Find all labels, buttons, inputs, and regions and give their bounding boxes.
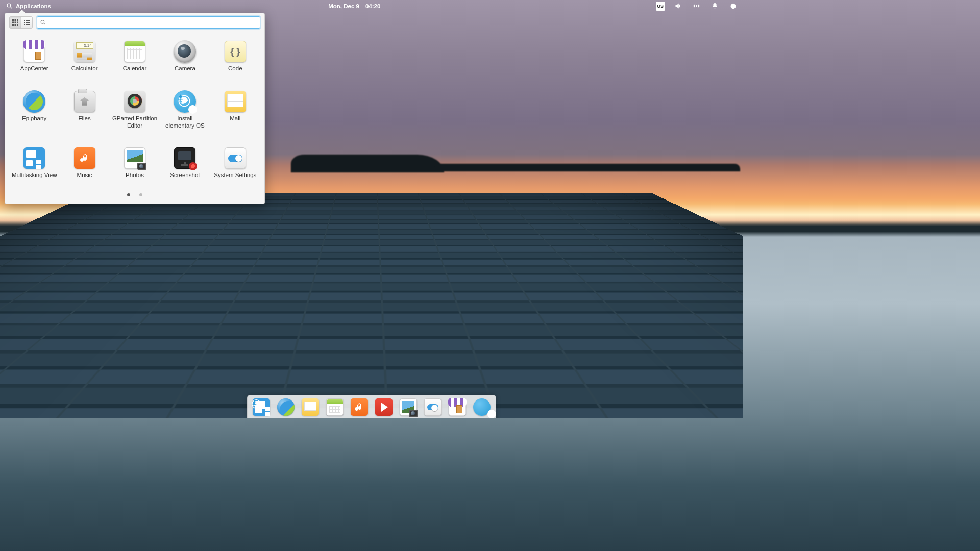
- svg-rect-18: [24, 24, 25, 25]
- svg-point-20: [41, 20, 44, 24]
- top-panel: Applications Mon, Dec 9 04:20 US: [0, 0, 743, 12]
- notifications-indicator[interactable]: [709, 2, 720, 11]
- files-icon: [73, 90, 96, 113]
- app-label: AppCenter: [20, 65, 48, 72]
- dock-videos[interactable]: [374, 397, 394, 417]
- dock-calendar[interactable]: [325, 397, 345, 417]
- grid-view-button[interactable]: [10, 17, 21, 28]
- app-install-elementary[interactable]: Install elementary OS: [161, 90, 209, 130]
- app-label: Music: [77, 172, 92, 179]
- app-screenshot[interactable]: Screenshot: [161, 146, 209, 179]
- dock-install-elementary[interactable]: [472, 397, 492, 417]
- calendar-icon: [326, 398, 344, 416]
- wallpaper-pier: [65, 193, 678, 418]
- app-label: System Settings: [214, 172, 256, 179]
- screenshot-icon: [173, 146, 197, 170]
- grid-icon: [12, 19, 18, 26]
- videos-icon: [375, 398, 393, 416]
- svg-rect-8: [12, 22, 14, 23]
- dock-music[interactable]: [350, 397, 369, 417]
- calendar-icon: [123, 40, 146, 63]
- calculator-icon: [73, 40, 96, 63]
- photos-icon: [123, 146, 146, 170]
- volume-icon: [674, 2, 682, 10]
- mail-icon: [302, 398, 319, 416]
- dock-appcenter[interactable]: [448, 397, 467, 417]
- app-label: Photos: [126, 172, 144, 179]
- photos-icon: [400, 398, 417, 416]
- dock: [247, 395, 496, 418]
- applications-menu-button[interactable]: Applications: [4, 2, 53, 10]
- code-icon: { }: [224, 40, 247, 63]
- app-label: GParted Partition Editor: [112, 115, 158, 130]
- app-search-wrap: [37, 16, 260, 29]
- app-calculator[interactable]: Calculator: [60, 40, 108, 72]
- app-label: Code: [228, 65, 242, 72]
- svg-rect-12: [15, 24, 16, 26]
- system-settings-icon: [424, 398, 442, 416]
- dock-epiphany[interactable]: [276, 397, 296, 417]
- session-indicator[interactable]: [727, 2, 739, 11]
- multitasking-icon: [22, 146, 46, 170]
- app-pager: [9, 193, 260, 196]
- app-system-settings[interactable]: System Settings: [211, 146, 259, 179]
- list-icon: [24, 19, 30, 26]
- svg-rect-5: [12, 19, 14, 21]
- svg-line-21: [44, 23, 45, 25]
- keyboard-layout-indicator[interactable]: US: [656, 2, 666, 11]
- gparted-icon: [123, 90, 146, 113]
- search-icon: [40, 19, 46, 26]
- music-icon: [351, 398, 368, 416]
- app-multitasking-view[interactable]: Multitasking View: [10, 146, 58, 179]
- app-grid: AppCenter Calculator Calendar Camera { }…: [9, 36, 260, 181]
- network-indicator[interactable]: [691, 2, 702, 11]
- dock-photos[interactable]: [399, 397, 418, 417]
- appcenter-icon: [22, 40, 46, 63]
- app-camera[interactable]: Camera: [161, 40, 209, 72]
- applications-label: Applications: [16, 3, 51, 9]
- panel-time: 04:20: [365, 3, 380, 9]
- mail-icon: [224, 90, 247, 113]
- dock-mail[interactable]: [301, 397, 320, 417]
- app-code[interactable]: { } Code: [211, 40, 259, 72]
- svg-rect-9: [15, 22, 16, 23]
- popover-header: [9, 16, 260, 29]
- appcenter-icon: [449, 398, 466, 416]
- app-label: Epiphany: [22, 115, 46, 122]
- svg-point-0: [7, 4, 11, 7]
- search-icon: [6, 3, 13, 9]
- app-mail[interactable]: Mail: [211, 90, 259, 130]
- system-tray: US: [656, 2, 739, 11]
- app-epiphany[interactable]: Epiphany: [10, 90, 58, 130]
- pager-dot-2[interactable]: [139, 193, 142, 196]
- list-view-button[interactable]: [21, 17, 32, 28]
- app-calendar[interactable]: Calendar: [111, 40, 159, 72]
- app-music[interactable]: Music: [60, 146, 108, 179]
- app-label: Calendar: [123, 65, 147, 72]
- app-appcenter[interactable]: AppCenter: [10, 40, 58, 72]
- svg-rect-14: [24, 20, 25, 21]
- view-mode-toggle: [9, 16, 33, 29]
- app-label: Multitasking View: [12, 172, 57, 179]
- app-label: Mail: [230, 115, 240, 122]
- music-icon: [73, 146, 96, 170]
- app-files[interactable]: Files: [60, 90, 108, 130]
- power-icon: [729, 2, 737, 10]
- app-label: Camera: [175, 65, 195, 72]
- panel-clock[interactable]: Mon, Dec 9 04:20: [328, 3, 380, 9]
- sound-indicator[interactable]: [672, 2, 683, 11]
- app-gparted[interactable]: GParted Partition Editor: [111, 90, 159, 130]
- app-photos[interactable]: Photos: [111, 146, 159, 179]
- system-settings-icon: [224, 146, 247, 170]
- app-search-input[interactable]: [37, 16, 260, 29]
- svg-line-1: [10, 7, 12, 8]
- wallpaper-landmass: [291, 155, 444, 172]
- pager-dot-1[interactable]: [127, 193, 130, 196]
- svg-point-2: [696, 6, 697, 7]
- svg-rect-6: [15, 19, 16, 21]
- app-label: Screenshot: [170, 172, 200, 179]
- app-label: Calculator: [71, 65, 98, 72]
- app-label: Install elementary OS: [162, 115, 208, 130]
- app-label: Files: [78, 115, 90, 122]
- dock-system-settings[interactable]: [423, 397, 443, 417]
